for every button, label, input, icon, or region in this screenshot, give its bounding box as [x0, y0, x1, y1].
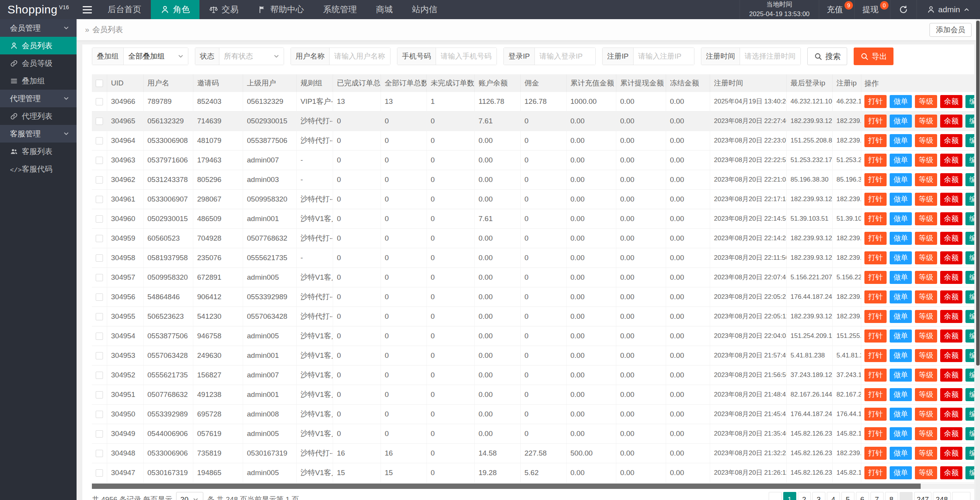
- pagination-page-247[interactable]: 247: [914, 492, 932, 500]
- row-action-3[interactable]: 余额: [940, 232, 962, 245]
- row-action-0[interactable]: 打针: [864, 251, 887, 264]
- row-action-2[interactable]: 等级: [915, 251, 937, 264]
- pagination-page-6[interactable]: 6: [856, 492, 869, 500]
- topnav-item-0[interactable]: 后台首页: [98, 0, 151, 19]
- row-checkbox[interactable]: [96, 430, 103, 438]
- row-checkbox[interactable]: [96, 98, 103, 105]
- row-action-3[interactable]: 余额: [940, 95, 962, 108]
- row-action-3[interactable]: 余额: [940, 271, 962, 284]
- row-action-4[interactable]: 编辑: [965, 349, 974, 362]
- row-checkbox[interactable]: [96, 450, 103, 457]
- menu-toggle-icon[interactable]: [77, 0, 98, 19]
- filter-select-1[interactable]: 所有状态: [219, 48, 284, 65]
- row-action-1[interactable]: 做单: [890, 154, 912, 167]
- sidebar-item-2-0[interactable]: 客服列表: [0, 143, 77, 160]
- row-action-2[interactable]: 等级: [915, 232, 937, 245]
- row-action-0[interactable]: 打针: [864, 290, 887, 303]
- row-checkbox[interactable]: [96, 157, 103, 164]
- filter-input-5[interactable]: [634, 48, 694, 65]
- row-checkbox[interactable]: [96, 293, 103, 301]
- pagination-page-7[interactable]: 7: [871, 492, 884, 500]
- row-action-0[interactable]: 打针: [864, 115, 887, 128]
- row-checkbox[interactable]: [96, 176, 103, 184]
- row-action-1[interactable]: 做单: [890, 271, 912, 284]
- per-page-select[interactable]: 20: [176, 492, 203, 500]
- filter-select-0[interactable]: 全部叠加组: [124, 48, 188, 65]
- row-action-1[interactable]: 做单: [890, 427, 912, 440]
- row-action-4[interactable]: 编辑: [965, 290, 974, 303]
- row-action-0[interactable]: 打针: [864, 466, 887, 479]
- row-action-3[interactable]: 余额: [940, 408, 962, 421]
- pagination-page-4[interactable]: 4: [827, 492, 840, 500]
- row-action-2[interactable]: 等级: [915, 271, 937, 284]
- row-action-1[interactable]: 做单: [890, 388, 912, 401]
- row-checkbox[interactable]: [96, 469, 103, 477]
- row-action-0[interactable]: 打针: [864, 271, 887, 284]
- row-action-0[interactable]: 打针: [864, 232, 887, 245]
- row-action-3[interactable]: 余额: [940, 349, 962, 362]
- row-action-3[interactable]: 余额: [940, 290, 962, 303]
- row-action-2[interactable]: 等级: [915, 466, 937, 479]
- row-action-2[interactable]: 等级: [915, 95, 937, 108]
- row-action-1[interactable]: 做单: [890, 173, 912, 186]
- row-action-0[interactable]: 打针: [864, 349, 887, 362]
- row-checkbox[interactable]: [96, 215, 103, 223]
- row-action-0[interactable]: 打针: [864, 173, 887, 186]
- row-action-4[interactable]: 编辑: [965, 232, 974, 245]
- row-action-4[interactable]: 编辑: [965, 154, 974, 167]
- sidebar-item-0-2[interactable]: 叠加组: [0, 72, 77, 90]
- topnav-item-4[interactable]: 系统管理: [314, 0, 366, 19]
- row-action-4[interactable]: 编辑: [965, 134, 974, 147]
- row-action-0[interactable]: 打针: [864, 447, 887, 460]
- search-button[interactable]: 搜索: [807, 48, 847, 65]
- refresh-icon[interactable]: [890, 0, 916, 19]
- pagination-page-5[interactable]: 5: [841, 492, 854, 500]
- row-action-1[interactable]: 做单: [890, 290, 912, 303]
- row-action-1[interactable]: 做单: [890, 212, 912, 225]
- row-action-3[interactable]: 余额: [940, 193, 962, 206]
- row-action-0[interactable]: 打针: [864, 193, 887, 206]
- row-action-2[interactable]: 等级: [915, 447, 937, 460]
- pagination-page-2[interactable]: 2: [798, 492, 811, 500]
- row-checkbox[interactable]: [96, 391, 103, 398]
- filter-input-3[interactable]: [436, 48, 497, 65]
- row-checkbox[interactable]: [96, 372, 103, 379]
- row-action-4[interactable]: 编辑: [965, 408, 974, 421]
- row-action-4[interactable]: 编辑: [965, 251, 974, 264]
- horizontal-scrollbar-thumb[interactable]: [92, 484, 921, 489]
- topnav-item-5[interactable]: 商城: [366, 0, 402, 19]
- topnav-item-2[interactable]: 交易: [199, 0, 248, 19]
- row-action-3[interactable]: 余额: [940, 154, 962, 167]
- row-checkbox[interactable]: [96, 235, 103, 242]
- sidebar-group-1[interactable]: 代理管理: [0, 90, 77, 107]
- row-action-3[interactable]: 余额: [940, 173, 962, 186]
- vertical-scrollbar-thumb[interactable]: [976, 21, 980, 366]
- pagination-next-button[interactable]: [952, 492, 970, 500]
- row-action-3[interactable]: 余额: [940, 427, 962, 440]
- user-menu[interactable]: admin: [916, 0, 980, 19]
- sidebar-item-0-0[interactable]: 会员列表: [0, 37, 77, 54]
- row-action-1[interactable]: 做单: [890, 349, 912, 362]
- row-action-3[interactable]: 余额: [940, 251, 962, 264]
- row-action-2[interactable]: 等级: [915, 193, 937, 206]
- row-action-2[interactable]: 等级: [915, 134, 937, 147]
- filter-input-2[interactable]: [330, 48, 390, 65]
- row-action-4[interactable]: 编辑: [965, 173, 974, 186]
- row-action-3[interactable]: 余额: [940, 330, 962, 343]
- row-action-0[interactable]: 打针: [864, 95, 887, 108]
- row-action-2[interactable]: 等级: [915, 310, 937, 323]
- row-checkbox[interactable]: [96, 254, 103, 262]
- row-action-3[interactable]: 余额: [940, 212, 962, 225]
- row-action-2[interactable]: 等级: [915, 212, 937, 225]
- row-action-3[interactable]: 余额: [940, 447, 962, 460]
- row-action-4[interactable]: 编辑: [965, 193, 974, 206]
- row-action-4[interactable]: 编辑: [965, 427, 974, 440]
- row-action-1[interactable]: 做单: [890, 193, 912, 206]
- topnav-item-1[interactable]: 角色: [151, 0, 199, 19]
- row-action-0[interactable]: 打针: [864, 310, 887, 323]
- row-action-0[interactable]: 打针: [864, 388, 887, 401]
- row-action-1[interactable]: 做单: [890, 95, 912, 108]
- row-action-2[interactable]: 等级: [915, 388, 937, 401]
- row-action-4[interactable]: 编辑: [965, 466, 974, 479]
- row-action-4[interactable]: 编辑: [965, 95, 974, 108]
